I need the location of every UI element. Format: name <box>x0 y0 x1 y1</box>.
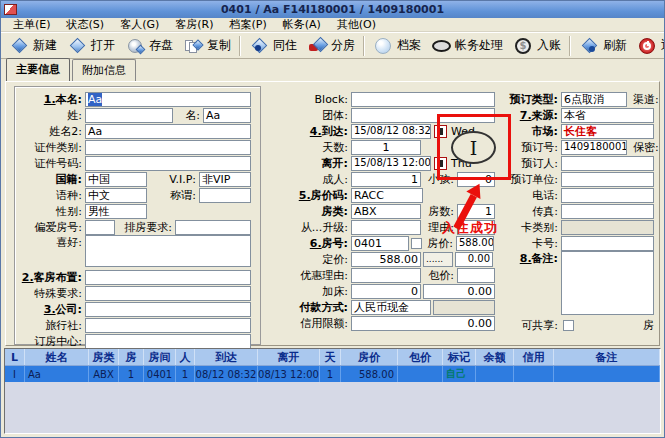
open-button[interactable]: 打开 <box>62 36 120 56</box>
menu-item-room[interactable]: 客房(R) <box>167 17 221 32</box>
room-type-input[interactable]: ABX <box>351 204 421 219</box>
grid-header-rate[interactable]: 房价 <box>341 349 398 365</box>
grid-header-persons[interactable]: 人 <box>176 349 195 365</box>
shareable-checkbox[interactable] <box>563 320 574 331</box>
surname-input[interactable] <box>85 108 173 123</box>
menu-item-archive[interactable]: 档案(P) <box>221 17 274 32</box>
copy-button[interactable]: 复制 <box>178 36 236 56</box>
app-icon[interactable] <box>4 4 17 15</box>
upgrade-input[interactable] <box>351 220 421 235</box>
id-type-input[interactable] <box>85 140 251 155</box>
room-rate-checkbox[interactable] <box>411 238 422 249</box>
language-input[interactable]: 中文 <box>85 188 147 203</box>
phone-input[interactable] <box>561 188 654 203</box>
grid-header-rooms[interactable]: 房 <box>119 349 144 365</box>
days-input[interactable]: 1 <box>351 140 421 155</box>
card-type-input[interactable] <box>561 220 654 235</box>
room-rate-input[interactable]: 588.00 <box>456 236 494 251</box>
company-input[interactable] <box>85 302 251 317</box>
departure-input[interactable]: 15/08/13 12:00 <box>351 156 431 171</box>
grid-header-package[interactable]: 包价 <box>398 349 443 365</box>
grid-header-departure[interactable]: 离开 <box>258 349 320 365</box>
menu-item-guest[interactable]: 客人(G) <box>112 17 167 32</box>
grid-header-mark[interactable]: 标记 <box>443 349 476 365</box>
pref-room-input[interactable] <box>85 220 115 235</box>
rate-code-input[interactable]: RACC <box>351 188 423 203</box>
package-input[interactable] <box>457 268 495 283</box>
rate-extra-input[interactable]: 0.00 <box>455 252 493 267</box>
block-input[interactable] <box>351 92 495 107</box>
account-processing-button[interactable]: 帐务处理 <box>426 36 508 56</box>
payment-label: 付款方式: <box>287 300 351 315</box>
booking-no-input[interactable]: 1409180001 <box>561 140 627 155</box>
grid-header-name[interactable]: 姓名 <box>25 349 89 365</box>
market-input[interactable]: 长住客 <box>561 124 654 139</box>
booking-type-input[interactable]: 6点取消 <box>561 92 627 107</box>
grid-header-room-type[interactable]: 房类 <box>89 349 119 365</box>
given-name-input[interactable]: Aa <box>203 108 251 123</box>
gender-input[interactable]: 男性 <box>85 204 147 219</box>
save-button[interactable]: 存盘 <box>120 36 178 56</box>
booker-input[interactable] <box>561 156 654 171</box>
salutation-input[interactable] <box>199 188 251 203</box>
refresh-button[interactable]: 刷新 <box>574 36 632 56</box>
fax-input[interactable] <box>561 204 654 219</box>
hobby-input[interactable] <box>85 235 251 267</box>
cell-credit <box>514 366 554 382</box>
guest-form-column: 1.本名: Aa 姓: 名: Aa 姓名2: Aa 证件类别: 证件号码: 国籍… <box>19 91 253 349</box>
booking-center-input[interactable] <box>85 334 251 349</box>
menu-item-accounting[interactable]: 帐务(A) <box>275 17 329 32</box>
id-no-input[interactable] <box>85 156 251 171</box>
credit-limit-input[interactable]: 0.00 <box>351 316 495 331</box>
grid-header-remarks[interactable]: 备注 <box>554 349 660 365</box>
special-req-input[interactable] <box>85 286 251 301</box>
room-no-label: 6.房号: <box>287 236 351 251</box>
tab-main-info[interactable]: 主要信息 <box>6 58 70 81</box>
grid-selected-row[interactable]: I Aa ABX 1 0401 1 08/12 08:32 08/13 12:0… <box>5 366 660 382</box>
split-room-button[interactable]: 分房 <box>302 36 360 56</box>
new-icon <box>9 37 31 55</box>
grid-header-room-no[interactable]: 房间 <box>144 349 176 365</box>
nationality-input[interactable]: 中国 <box>85 172 147 187</box>
more-rates-button[interactable]: ...... <box>423 252 453 267</box>
room-setup-input[interactable] <box>85 270 251 285</box>
payment-extra-input[interactable] <box>433 300 495 315</box>
discount-reason-input[interactable] <box>351 268 421 283</box>
vip-input[interactable]: 非VIP <box>199 172 251 187</box>
grid-header-balance[interactable]: 余额 <box>476 349 514 365</box>
travel-agent-input[interactable] <box>85 318 251 333</box>
grid-header-arrival[interactable]: 到达 <box>195 349 258 365</box>
menu-item-status[interactable]: 状态(S) <box>59 17 113 32</box>
arrival-input[interactable]: 15/08/12 08:32 <box>351 124 431 139</box>
name-input[interactable]: Aa <box>85 92 251 107</box>
card-no-input[interactable] <box>561 236 654 251</box>
grid-header-credit[interactable]: 信用 <box>514 349 554 365</box>
account-processing-icon <box>431 37 453 55</box>
pref-room-label: 偏爱房号: <box>19 220 85 235</box>
adults-input[interactable]: 1 <box>351 172 421 187</box>
extra-bed-amount-input[interactable]: 0.00 <box>423 284 495 299</box>
room-req-input[interactable] <box>175 220 251 235</box>
tab-extra-info[interactable]: 附加信息 <box>72 59 136 81</box>
menu-item-other[interactable]: 其他(O) <box>329 17 384 32</box>
card-type-label: 卡类别: <box>497 220 561 235</box>
post-charge-button[interactable]: 入账 <box>508 36 566 56</box>
remarks-input[interactable] <box>561 251 654 315</box>
payment-input[interactable]: 人民币现金 <box>351 300 431 315</box>
cohabit-button[interactable]: 同住 <box>244 36 302 56</box>
exit-button[interactable]: 退出 <box>632 36 665 56</box>
source-input[interactable]: 本省 <box>561 108 654 123</box>
grid-header-status[interactable]: L <box>5 349 25 365</box>
new-button[interactable]: 新建 <box>4 36 62 56</box>
name2-input[interactable]: Aa <box>85 124 251 139</box>
grid-header-days[interactable]: 天 <box>320 349 341 365</box>
extra-bed-input[interactable]: 0 <box>351 284 421 299</box>
list-price-input[interactable]: 588.00 <box>351 252 421 267</box>
refresh-icon <box>579 37 601 55</box>
booking-unit-input[interactable] <box>561 172 654 187</box>
room-no-input[interactable]: 0401 <box>351 236 409 251</box>
cell-departure: 08/13 12:00 <box>258 366 320 382</box>
archive-button[interactable]: 档案 <box>368 36 426 56</box>
annotation-text: 入住成功 <box>442 219 498 237</box>
menu-item-main[interactable]: 主单(E) <box>5 17 59 32</box>
